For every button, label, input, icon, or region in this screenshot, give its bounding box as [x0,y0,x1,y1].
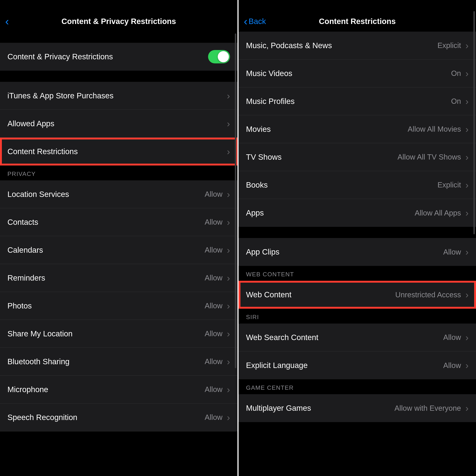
list-row[interactable]: Music, Podcasts & NewsExplicit› [238,32,476,60]
row-value: Allow All Apps [415,209,461,217]
row-label: TV Shows [246,153,282,162]
chevron-right-icon: › [465,97,469,106]
list-row[interactable]: PhotosAllow› [0,292,238,320]
row-value: Allow [443,361,461,370]
page-title: Content & Privacy Restrictions [61,17,176,26]
row-label: Web Search Content [246,333,318,342]
row-value: Allow [205,357,222,366]
list-row[interactable]: Multiplayer GamesAllow with Everyone› [238,394,476,422]
list-row[interactable]: Allowed Apps› [0,110,238,137]
row-value: Allow [205,385,222,394]
row-label: App Clips [246,247,279,256]
chevron-left-icon: ‹ [5,16,9,27]
row-label: Music Videos [246,69,292,78]
row-label: Bluetooth Sharing [7,357,69,366]
row-value: Allow [443,248,461,256]
right-screenshot: ‹ Back Content Restrictions Music, Podca… [238,0,476,476]
back-button[interactable]: ‹ Back [244,11,266,32]
row-value: Allow [205,190,222,198]
row-label: Share My Location [7,329,72,338]
row-label: Apps [246,208,264,217]
row-value: Allow [205,413,222,422]
row-label: Content Restrictions [7,147,78,156]
list-row[interactable]: Share My LocationAllow› [0,320,238,348]
chevron-right-icon: › [465,247,469,256]
left-screenshot: ‹ Content & Privacy Restrictions Content… [0,0,238,476]
row-label: Movies [246,125,271,134]
master-toggle-row[interactable]: Content & Privacy Restrictions [0,43,238,71]
chevron-right-icon: › [465,125,469,134]
row-label: Location Services [7,190,69,199]
nav-bar-right: ‹ Back Content Restrictions [238,11,476,32]
chevron-right-icon: › [227,357,230,366]
row-label: Explicit Language [246,361,308,370]
row-value: Allow All Movies [408,125,461,133]
chevron-right-icon: › [227,218,230,227]
chevron-right-icon: › [227,413,230,422]
chevron-right-icon: › [227,329,230,339]
list-row[interactable]: BooksExplicit› [238,171,476,199]
row-label: Contacts [7,218,38,227]
list-row[interactable]: Content Restrictions› [0,137,238,166]
list-row[interactable]: CalendarsAllow› [0,236,238,264]
row-value: Allow All TV Shows [398,153,461,161]
list-row[interactable]: Bluetooth SharingAllow› [0,348,238,375]
row-value: Allow [205,246,222,254]
settings-list-right: Music, Podcasts & NewsExplicit›Music Vid… [238,32,476,422]
row-app-clips[interactable]: App Clips Allow › [238,238,476,266]
list-row[interactable]: Web ContentUnrestricted Access› [238,281,476,309]
row-label: Microphone [7,385,48,394]
row-value: Allow [205,218,222,226]
row-value: Explicit [438,41,461,50]
row-label: Web Content [246,290,291,299]
list-row[interactable]: Music ProfilesOn› [238,87,476,115]
back-button[interactable]: ‹ [5,11,10,32]
status-bar [0,0,238,11]
chevron-right-icon: › [465,69,469,78]
row-value: Explicit [438,181,461,189]
row-value: On [451,97,461,105]
list-row[interactable]: ContactsAllow› [0,208,238,236]
nav-bar-left: ‹ Content & Privacy Restrictions [0,11,238,32]
chevron-right-icon: › [465,361,469,370]
row-label: Music, Podcasts & News [246,41,332,50]
list-row[interactable]: MicrophoneAllow› [0,375,238,404]
row-label: iTunes & App Store Purchases [7,91,113,100]
list-row[interactable]: iTunes & App Store Purchases› [0,82,238,110]
row-label: Multiplayer Games [246,404,311,413]
list-row[interactable]: AppsAllow All Apps› [238,199,476,227]
section-header-gamecenter: GAME CENTER [238,379,476,394]
list-row[interactable]: Web Search ContentAllow› [238,323,476,351]
chevron-right-icon: › [227,91,230,101]
row-label: Photos [7,301,32,310]
list-row[interactable]: MoviesAllow All Movies› [238,115,476,143]
row-value: Allow [443,333,461,341]
chevron-right-icon: › [465,333,469,342]
chevron-right-icon: › [465,153,469,162]
list-row[interactable]: Location ServicesAllow› [0,180,238,208]
list-row[interactable]: Explicit LanguageAllow› [238,351,476,379]
list-row[interactable]: Music VideosOn› [238,60,476,87]
row-value: Unrestricted Access [395,291,461,299]
list-row[interactable]: Speech RecognitionAllow› [0,404,238,431]
row-label: Music Profiles [246,97,294,106]
chevron-right-icon: › [227,385,230,394]
chevron-right-icon: › [227,147,230,156]
row-value: Allow [205,329,222,338]
chevron-right-icon: › [227,190,230,199]
list-row[interactable]: TV ShowsAllow All TV Shows› [238,143,476,171]
section-header-siri: SIRI [238,309,476,323]
list-row[interactable]: RemindersAllow› [0,264,238,292]
row-label: Speech Recognition [7,413,77,422]
row-value: Allow with Everyone [394,404,461,412]
row-value: Allow [205,274,222,282]
scrollbar-indicator [235,34,236,368]
section-header-privacy: PRIVACY [0,166,238,180]
row-value: On [451,69,461,78]
toggle-on-icon[interactable] [208,50,230,63]
page-title: Content Restrictions [319,17,396,26]
chevron-left-icon: ‹ [244,16,247,27]
master-toggle-label: Content & Privacy Restrictions [7,52,113,61]
chevron-right-icon: › [465,290,469,299]
section-header-web: WEB CONTENT [238,266,476,281]
